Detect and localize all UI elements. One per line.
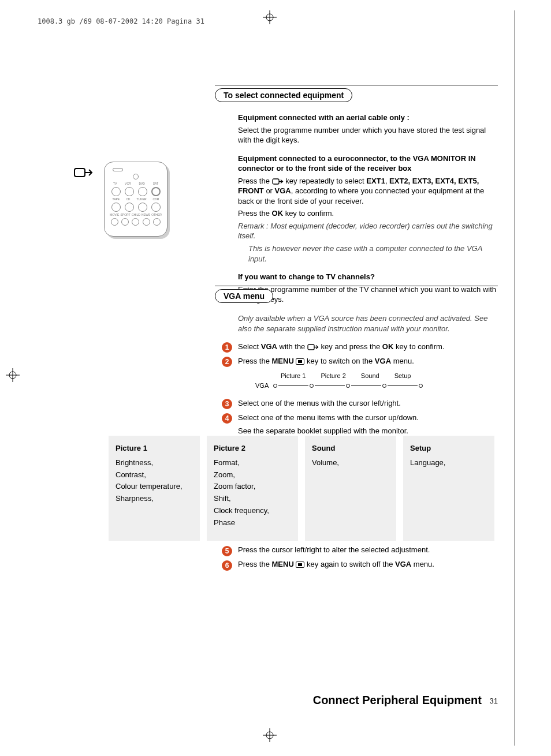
section-select-equipment: To select connected equipment Equipment …	[215, 85, 498, 313]
step-number-icon: 2	[222, 357, 232, 367]
registration-mark-icon	[6, 368, 20, 382]
menu-tree-diagram: Picture 1 Picture 2 Sound Setup VGA	[255, 372, 498, 390]
subheading: Equipment connected to a euroconnector, …	[238, 154, 498, 174]
page-number: 31	[490, 697, 498, 705]
step-item: 5 Press the cursor left/right to alter t…	[222, 545, 498, 556]
column-setup: Setup Language,	[403, 436, 494, 541]
crop-line	[515, 10, 515, 746]
step-item: 6 Press the MENU key again to switch off…	[222, 560, 498, 571]
svg-rect-9	[75, 169, 85, 177]
registration-mark-icon	[263, 728, 277, 742]
registration-mark-icon	[263, 10, 277, 24]
step-number-icon: 6	[222, 560, 232, 571]
svg-rect-11	[273, 179, 279, 184]
step-number-icon: 4	[222, 413, 232, 424]
section-heading: VGA menu	[215, 289, 273, 303]
menu-button-icon	[296, 562, 304, 568]
steps-after-columns: 5 Press the cursor left/right to alter t…	[215, 545, 498, 574]
source-select-icon	[74, 166, 94, 180]
body-text: Press the key repeatedly to select EXT1,…	[238, 176, 498, 207]
section-heading: To select connected equipment	[215, 88, 352, 102]
menu-button-icon	[296, 358, 304, 365]
remark-text: This is however never the case with a co…	[248, 244, 498, 264]
footer-title: Connect Peripheral Equipment	[313, 694, 482, 706]
section-vga-menu: VGA menu Only available when a VGA sourc…	[215, 286, 498, 440]
source-select-icon	[272, 178, 284, 185]
column-picture2: Picture 2 Format, Zoom, Zoom factor, Shi…	[207, 436, 298, 541]
step-item: 1 Select VGA with the key and press the …	[222, 342, 498, 353]
svg-rect-13	[308, 345, 314, 350]
step-number-icon: 1	[222, 342, 232, 353]
subheading: Equipment connected with an aerial cable…	[238, 113, 498, 123]
column-sound: Sound Volume,	[305, 436, 396, 541]
body-text: Select the programme number under which …	[238, 125, 498, 145]
step-item: 3 Select one of the menus with the curso…	[222, 398, 498, 409]
page-footer: Connect Peripheral Equipment 31	[313, 694, 498, 707]
body-text: Press the OK key to confirm.	[238, 208, 498, 219]
step-item: 4 Select one of the menu items with the …	[222, 413, 498, 436]
subheading: If you want to change to TV channels?	[238, 272, 498, 282]
intro-text: Only available when a VGA source has bee…	[238, 313, 498, 334]
step-number-icon: 5	[222, 546, 232, 556]
prepress-header: 1008.3 gb /69 08-07-2002 14:20 Pagina 31	[38, 17, 204, 25]
source-select-icon	[307, 343, 319, 351]
column-picture1: Picture 1 Brightness, Contrast, Colour t…	[109, 436, 200, 541]
menu-columns: Picture 1 Brightness, Contrast, Colour t…	[109, 436, 498, 541]
step-number-icon: 3	[222, 399, 232, 409]
remark-text: Remark : Most equipment (decoder, video …	[238, 221, 498, 241]
step-item: 2 Press the MENU key to switch on the VG…	[222, 356, 498, 367]
